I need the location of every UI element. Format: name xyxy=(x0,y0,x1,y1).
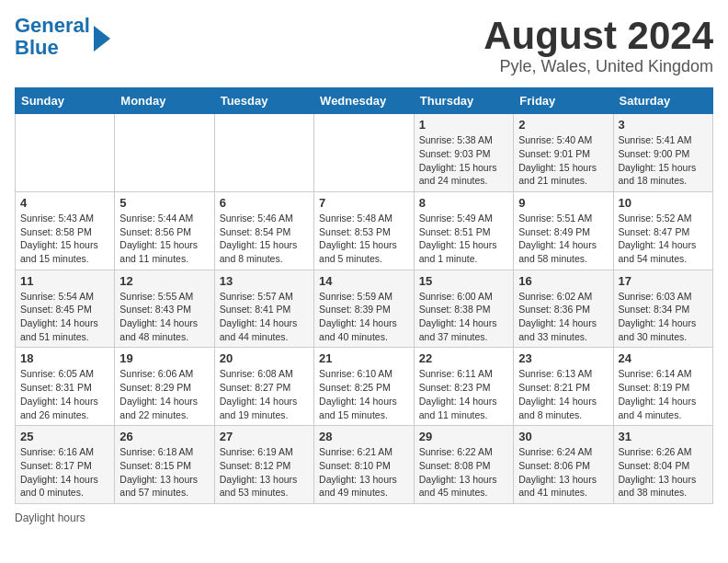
calendar-cell: 24Sunrise: 6:14 AM Sunset: 8:19 PM Dayli… xyxy=(613,348,713,426)
calendar-cell: 19Sunrise: 6:06 AM Sunset: 8:29 PM Dayli… xyxy=(115,348,214,426)
day-number: 14 xyxy=(319,274,409,288)
day-number: 8 xyxy=(419,196,508,210)
calendar-cell: 18Sunrise: 6:05 AM Sunset: 8:31 PM Dayli… xyxy=(16,348,115,426)
calendar-cell: 20Sunrise: 6:08 AM Sunset: 8:27 PM Dayli… xyxy=(214,348,313,426)
calendar-week-row: 11Sunrise: 5:54 AM Sunset: 8:45 PM Dayli… xyxy=(16,270,713,348)
calendar-cell: 3Sunrise: 5:41 AM Sunset: 9:00 PM Daylig… xyxy=(613,114,713,192)
footer: Daylight hours xyxy=(15,511,713,524)
calendar-cell: 8Sunrise: 5:49 AM Sunset: 8:51 PM Daylig… xyxy=(414,191,513,270)
calendar-cell: 10Sunrise: 5:52 AM Sunset: 8:47 PM Dayli… xyxy=(613,191,713,270)
calendar-cell: 11Sunrise: 5:54 AM Sunset: 8:45 PM Dayli… xyxy=(16,270,115,348)
calendar-day-header: Saturday xyxy=(613,88,713,114)
calendar-cell: 28Sunrise: 6:21 AM Sunset: 8:10 PM Dayli… xyxy=(314,426,415,504)
calendar-cell xyxy=(214,114,313,192)
day-info: Sunrise: 5:46 AM Sunset: 8:54 PM Dayligh… xyxy=(220,212,309,266)
day-info: Sunrise: 5:55 AM Sunset: 8:43 PM Dayligh… xyxy=(119,290,209,344)
day-number: 10 xyxy=(619,196,709,210)
calendar-cell: 5Sunrise: 5:44 AM Sunset: 8:56 PM Daylig… xyxy=(115,191,214,270)
calendar-day-header: Wednesday xyxy=(314,88,415,114)
calendar-cell: 9Sunrise: 5:51 AM Sunset: 8:49 PM Daylig… xyxy=(514,191,613,270)
logo: General Blue xyxy=(15,15,110,59)
calendar-cell xyxy=(115,114,214,192)
calendar-week-row: 4Sunrise: 5:43 AM Sunset: 8:58 PM Daylig… xyxy=(16,191,713,270)
calendar-cell: 17Sunrise: 6:03 AM Sunset: 8:34 PM Dayli… xyxy=(613,270,713,348)
day-number: 6 xyxy=(220,196,309,210)
main-title: August 2024 xyxy=(483,15,713,57)
day-number: 16 xyxy=(518,274,608,288)
day-info: Sunrise: 6:11 AM Sunset: 8:23 PM Dayligh… xyxy=(419,367,508,421)
calendar-cell: 23Sunrise: 6:13 AM Sunset: 8:21 PM Dayli… xyxy=(514,348,613,426)
day-number: 31 xyxy=(619,430,709,443)
calendar-cell xyxy=(16,114,115,192)
day-number: 26 xyxy=(119,430,209,443)
day-info: Sunrise: 5:52 AM Sunset: 8:47 PM Dayligh… xyxy=(619,212,709,266)
calendar-cell: 14Sunrise: 5:59 AM Sunset: 8:39 PM Dayli… xyxy=(314,270,415,348)
calendar-header-row: SundayMondayTuesdayWednesdayThursdayFrid… xyxy=(16,88,713,114)
day-number: 9 xyxy=(518,196,608,210)
day-number: 7 xyxy=(319,196,409,210)
logo-arrow-icon xyxy=(94,26,110,52)
calendar-cell: 15Sunrise: 6:00 AM Sunset: 8:38 PM Dayli… xyxy=(414,270,513,348)
calendar-cell: 16Sunrise: 6:02 AM Sunset: 8:36 PM Dayli… xyxy=(514,270,613,348)
day-info: Sunrise: 5:57 AM Sunset: 8:41 PM Dayligh… xyxy=(220,290,309,344)
logo-blue: Blue xyxy=(15,36,59,59)
calendar-cell: 12Sunrise: 5:55 AM Sunset: 8:43 PM Dayli… xyxy=(115,270,214,348)
logo-general: General xyxy=(15,14,90,37)
day-number: 21 xyxy=(319,351,409,365)
calendar-week-row: 25Sunrise: 6:16 AM Sunset: 8:17 PM Dayli… xyxy=(16,426,713,504)
day-info: Sunrise: 5:59 AM Sunset: 8:39 PM Dayligh… xyxy=(319,290,409,344)
day-info: Sunrise: 6:16 AM Sunset: 8:17 PM Dayligh… xyxy=(20,445,109,500)
calendar-cell: 21Sunrise: 6:10 AM Sunset: 8:25 PM Dayli… xyxy=(314,348,415,426)
footer-text: Daylight hours xyxy=(15,511,85,524)
day-info: Sunrise: 6:19 AM Sunset: 8:12 PM Dayligh… xyxy=(220,445,309,500)
day-number: 18 xyxy=(20,351,109,365)
calendar-cell: 13Sunrise: 5:57 AM Sunset: 8:41 PM Dayli… xyxy=(214,270,313,348)
calendar-cell: 29Sunrise: 6:22 AM Sunset: 8:08 PM Dayli… xyxy=(414,426,513,504)
day-number: 20 xyxy=(220,351,309,365)
day-info: Sunrise: 5:43 AM Sunset: 8:58 PM Dayligh… xyxy=(20,212,109,266)
calendar-week-row: 1Sunrise: 5:38 AM Sunset: 9:03 PM Daylig… xyxy=(16,114,713,192)
day-info: Sunrise: 5:41 AM Sunset: 9:00 PM Dayligh… xyxy=(619,133,709,188)
sub-title: Pyle, Wales, United Kingdom xyxy=(483,57,713,76)
calendar-day-header: Friday xyxy=(514,88,613,114)
calendar-table: SundayMondayTuesdayWednesdayThursdayFrid… xyxy=(15,87,713,504)
day-number: 19 xyxy=(119,351,209,365)
day-number: 17 xyxy=(619,274,709,288)
calendar-cell: 31Sunrise: 6:26 AM Sunset: 8:04 PM Dayli… xyxy=(613,426,713,504)
day-info: Sunrise: 6:05 AM Sunset: 8:31 PM Dayligh… xyxy=(20,367,109,421)
day-number: 22 xyxy=(419,351,508,365)
day-info: Sunrise: 6:03 AM Sunset: 8:34 PM Dayligh… xyxy=(619,290,709,344)
calendar-body: 1Sunrise: 5:38 AM Sunset: 9:03 PM Daylig… xyxy=(16,114,713,504)
day-number: 27 xyxy=(220,430,309,443)
day-info: Sunrise: 6:24 AM Sunset: 8:06 PM Dayligh… xyxy=(518,445,608,500)
calendar-day-header: Thursday xyxy=(414,88,513,114)
day-number: 23 xyxy=(518,351,608,365)
calendar-week-row: 18Sunrise: 6:05 AM Sunset: 8:31 PM Dayli… xyxy=(16,348,713,426)
day-number: 29 xyxy=(419,430,508,443)
day-info: Sunrise: 6:00 AM Sunset: 8:38 PM Dayligh… xyxy=(419,290,508,344)
day-number: 24 xyxy=(619,351,709,365)
day-number: 28 xyxy=(319,430,409,443)
day-info: Sunrise: 6:26 AM Sunset: 8:04 PM Dayligh… xyxy=(619,445,709,500)
day-number: 1 xyxy=(419,118,508,132)
calendar-day-header: Monday xyxy=(115,88,214,114)
day-number: 12 xyxy=(119,274,209,288)
title-area: August 2024 Pyle, Wales, United Kingdom xyxy=(483,15,713,76)
day-info: Sunrise: 6:14 AM Sunset: 8:19 PM Dayligh… xyxy=(619,367,709,421)
calendar-cell xyxy=(314,114,415,192)
day-info: Sunrise: 5:38 AM Sunset: 9:03 PM Dayligh… xyxy=(419,133,508,188)
day-info: Sunrise: 5:48 AM Sunset: 8:53 PM Dayligh… xyxy=(319,212,409,266)
day-info: Sunrise: 6:06 AM Sunset: 8:29 PM Dayligh… xyxy=(119,367,209,421)
day-info: Sunrise: 5:49 AM Sunset: 8:51 PM Dayligh… xyxy=(419,212,508,266)
logo-text: General Blue xyxy=(15,15,90,59)
day-number: 3 xyxy=(619,118,709,132)
day-info: Sunrise: 5:44 AM Sunset: 8:56 PM Dayligh… xyxy=(119,212,209,266)
day-info: Sunrise: 6:13 AM Sunset: 8:21 PM Dayligh… xyxy=(518,367,608,421)
day-number: 5 xyxy=(119,196,209,210)
day-info: Sunrise: 6:02 AM Sunset: 8:36 PM Dayligh… xyxy=(518,290,608,344)
calendar-cell: 25Sunrise: 6:16 AM Sunset: 8:17 PM Dayli… xyxy=(16,426,115,504)
page-header: General Blue August 2024 Pyle, Wales, Un… xyxy=(15,15,713,76)
day-info: Sunrise: 5:51 AM Sunset: 8:49 PM Dayligh… xyxy=(518,212,608,266)
calendar-cell: 22Sunrise: 6:11 AM Sunset: 8:23 PM Dayli… xyxy=(414,348,513,426)
calendar-cell: 2Sunrise: 5:40 AM Sunset: 9:01 PM Daylig… xyxy=(514,114,613,192)
